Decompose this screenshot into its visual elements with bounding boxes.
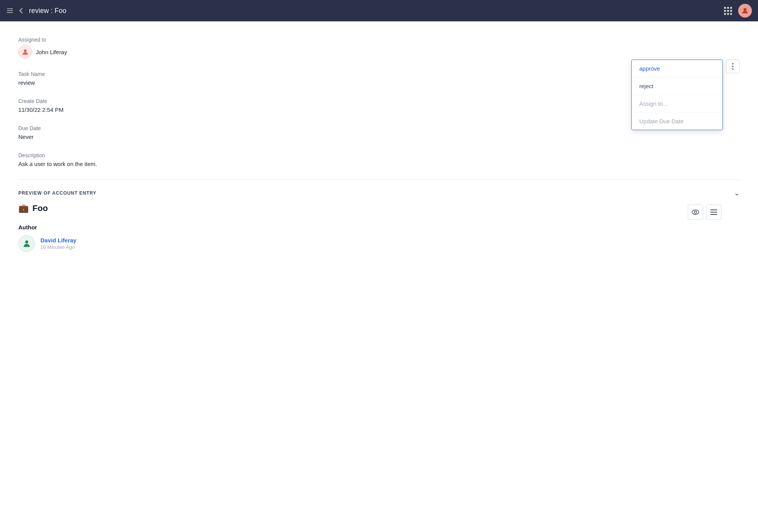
svg-point-6 xyxy=(694,211,697,213)
assigned-to-label: Assigned to xyxy=(18,37,740,43)
action-area: approve reject Assign to... Update Due D… xyxy=(631,60,740,130)
dropdown-item-reject[interactable]: reject xyxy=(632,77,723,95)
section-divider xyxy=(18,179,740,180)
apps-grid-icon[interactable] xyxy=(724,7,732,15)
author-row: David Liferay 16 Minutes Ago xyxy=(18,235,740,252)
author-name[interactable]: David Liferay xyxy=(40,237,76,243)
svg-point-5 xyxy=(692,210,699,214)
svg-rect-7 xyxy=(710,210,717,210)
preview-section-title: PREVIEW OF ACCOUNT ENTRY xyxy=(18,190,97,196)
description-section: Description Ask a user to work on the it… xyxy=(18,152,740,167)
entry-title-text: Foo xyxy=(32,203,48,213)
back-button[interactable] xyxy=(18,7,24,15)
preview-section: PREVIEW OF ACCOUNT ENTRY ⌄ 💼 Foo xyxy=(18,189,740,252)
list-view-button[interactable] xyxy=(706,205,721,220)
preview-header: PREVIEW OF ACCOUNT ENTRY ⌄ xyxy=(18,189,740,197)
dropdown-menu: approve reject Assign to... Update Due D… xyxy=(631,60,723,130)
svg-rect-0 xyxy=(7,8,13,9)
svg-point-4 xyxy=(24,50,27,52)
svg-rect-2 xyxy=(7,12,13,13)
author-label: Author xyxy=(18,224,740,231)
user-avatar[interactable] xyxy=(738,4,752,18)
action-dropdown: approve reject Assign to... Update Due D… xyxy=(631,60,723,130)
svg-point-10 xyxy=(25,240,28,243)
assigned-user-row: John Liferay xyxy=(18,45,740,59)
author-info: David Liferay 16 Minutes Ago xyxy=(40,237,76,250)
user-avatar-small xyxy=(18,45,32,59)
more-options-button[interactable] xyxy=(726,60,740,73)
dropdown-item-assign[interactable]: Assign to... xyxy=(632,95,723,113)
dropdown-item-update-due-date[interactable]: Update Due Date xyxy=(632,113,723,130)
topbar: review : Foo xyxy=(0,0,758,21)
dropdown-item-approve[interactable]: approve xyxy=(632,60,723,77)
sidebar-toggle-button[interactable] xyxy=(6,7,14,15)
chevron-down-icon[interactable]: ⌄ xyxy=(734,189,740,197)
description-label: Description xyxy=(18,152,740,158)
svg-rect-1 xyxy=(7,10,13,11)
briefcase-icon: 💼 xyxy=(18,203,29,213)
due-date-value: Never xyxy=(18,134,740,140)
author-avatar xyxy=(18,235,35,252)
author-time: 16 Minutes Ago xyxy=(40,244,76,250)
topbar-right xyxy=(724,4,752,18)
description-value: Ask a user to work on the item. xyxy=(18,161,740,167)
assigned-user-name: John Liferay xyxy=(36,49,67,55)
eye-view-button[interactable] xyxy=(688,205,703,220)
author-section: Author David Liferay 16 Minutes Ago xyxy=(18,224,740,252)
preview-entry-row: 💼 Foo xyxy=(18,203,740,221)
preview-view-buttons xyxy=(688,205,721,220)
svg-rect-9 xyxy=(710,214,717,215)
preview-entry-title: 💼 Foo xyxy=(18,203,48,213)
main-content: Assigned to John Liferay Task Name revie… xyxy=(0,21,758,532)
svg-point-3 xyxy=(743,8,747,11)
svg-rect-8 xyxy=(710,212,717,213)
page-title: review : Foo xyxy=(29,7,719,15)
assigned-to-section: Assigned to John Liferay xyxy=(18,37,740,59)
